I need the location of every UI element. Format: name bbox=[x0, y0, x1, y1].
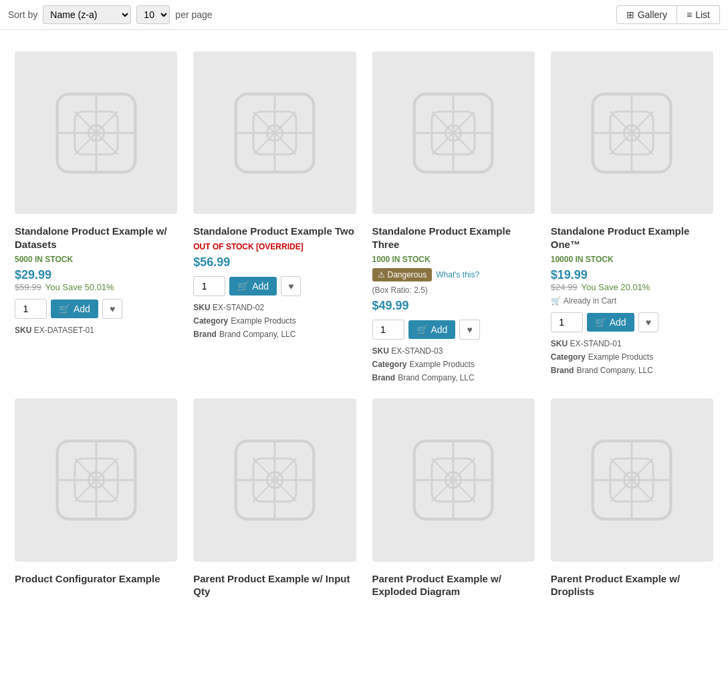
product-placeholder-icon bbox=[404, 84, 502, 182]
brand-value: Brand Company, LLC bbox=[576, 366, 653, 375]
add-row: 🛒 Add♥ bbox=[15, 299, 177, 319]
product-title: Standalone Product Example Three bbox=[372, 225, 535, 251]
product-image[interactable] bbox=[551, 51, 713, 214]
product-card: Parent Product Example w/ Input Qty bbox=[185, 390, 364, 606]
sku-row: SKU EX-STAND-03 bbox=[372, 346, 535, 356]
add-to-cart-button[interactable]: 🛒 Add bbox=[51, 300, 98, 318]
gallery-icon: ⊞ bbox=[626, 9, 634, 20]
sku-row: SKU EX-DATASET-01 bbox=[15, 326, 177, 335]
brand-value: Brand Company, LLC bbox=[219, 330, 296, 339]
quantity-input[interactable] bbox=[551, 312, 583, 332]
product-image[interactable] bbox=[372, 398, 535, 561]
product-card: Standalone Product Example TwoOUT OF STO… bbox=[185, 43, 364, 390]
view-toggle: ⊞ Gallery ≡ List bbox=[616, 5, 720, 24]
category-label: Category bbox=[551, 352, 586, 362]
price-current: $19.99 bbox=[551, 268, 713, 282]
product-card: Product Configurator Example bbox=[7, 390, 185, 606]
product-card: Standalone Product Example w/ Datasets50… bbox=[7, 43, 185, 390]
product-card: Standalone Product Example Three1000 IN … bbox=[364, 43, 543, 390]
list-view-button[interactable]: ≡ List bbox=[677, 5, 720, 24]
category-row: Category Example Products bbox=[193, 316, 356, 326]
brand-label: Brand bbox=[551, 366, 574, 375]
brand-row: Brand Brand Company, LLC bbox=[551, 366, 713, 375]
product-title: Parent Product Example w/ Droplists bbox=[551, 572, 713, 598]
list-icon: ≡ bbox=[687, 9, 692, 20]
price-current: $49.99 bbox=[372, 299, 535, 313]
wishlist-button[interactable]: ♥ bbox=[281, 276, 301, 296]
sku-label: SKU bbox=[372, 346, 389, 356]
stock-status: 10000 IN STOCK bbox=[551, 255, 713, 264]
category-value: Example Products bbox=[410, 360, 475, 369]
product-title: Product Configurator Example bbox=[15, 572, 177, 586]
category-value: Example Products bbox=[588, 352, 653, 362]
add-to-cart-button[interactable]: 🛒 Add bbox=[587, 313, 634, 332]
cart-icon: 🛒 bbox=[59, 304, 70, 314]
product-image[interactable] bbox=[15, 51, 177, 214]
category-row: Category Example Products bbox=[372, 360, 535, 369]
product-placeholder-icon bbox=[583, 431, 681, 529]
quantity-input[interactable] bbox=[15, 299, 47, 319]
wishlist-button[interactable]: ♥ bbox=[459, 320, 479, 340]
product-placeholder-icon bbox=[583, 84, 681, 182]
wishlist-button[interactable]: ♥ bbox=[102, 299, 122, 319]
cart-icon: 🛒 bbox=[595, 317, 606, 328]
product-image[interactable] bbox=[551, 398, 713, 561]
cart-icon: 🛒 bbox=[237, 281, 249, 291]
product-title: Parent Product Example w/ Input Qty bbox=[193, 572, 356, 598]
sort-select[interactable]: Name (z-a) Name (a-z) Price (low-high) P… bbox=[43, 5, 131, 24]
sku-row: SKU EX-STAND-01 bbox=[551, 339, 713, 348]
product-title: Parent Product Example w/ Exploded Diagr… bbox=[372, 572, 535, 598]
add-label: Add bbox=[431, 324, 448, 335]
product-image[interactable] bbox=[372, 51, 535, 214]
product-card: Parent Product Example w/ Exploded Diagr… bbox=[364, 390, 543, 606]
list-label: List bbox=[695, 9, 710, 20]
add-row: 🛒 Add♥ bbox=[193, 276, 356, 296]
warning-icon: ⚠ bbox=[378, 270, 385, 279]
stock-status: 1000 IN STOCK bbox=[372, 255, 535, 264]
add-label: Add bbox=[74, 304, 90, 314]
stock-status: OUT OF STOCK [OVERRIDE] bbox=[193, 242, 356, 251]
sku-label: SKU bbox=[15, 326, 31, 335]
gallery-view-button[interactable]: ⊞ Gallery bbox=[616, 5, 677, 24]
category-value: Example Products bbox=[231, 316, 295, 326]
quantity-input[interactable] bbox=[193, 276, 225, 296]
price-section: $19.99$24.99You Save 20.01% bbox=[551, 268, 713, 292]
toolbar: Sort by Name (z-a) Name (a-z) Price (low… bbox=[0, 0, 728, 30]
price-old: $24.99 bbox=[551, 282, 578, 292]
sku-value: EX-STAND-01 bbox=[570, 339, 621, 348]
product-image[interactable] bbox=[193, 398, 356, 561]
product-grid: Standalone Product Example w/ Datasets50… bbox=[0, 30, 728, 620]
add-label: Add bbox=[252, 281, 269, 291]
product-card: Parent Product Example w/ Droplists bbox=[543, 390, 721, 606]
per-page-select[interactable]: 10 5 25 50 bbox=[136, 5, 170, 24]
add-to-cart-button[interactable]: 🛒 Add bbox=[229, 277, 277, 296]
product-placeholder-icon bbox=[47, 84, 145, 182]
brand-row: Brand Brand Company, LLC bbox=[372, 373, 535, 382]
product-card: Standalone Product Example One™10000 IN … bbox=[543, 43, 721, 390]
wishlist-button[interactable]: ♥ bbox=[638, 312, 658, 332]
brand-label: Brand bbox=[193, 330, 217, 339]
per-page-label: per page bbox=[175, 9, 212, 20]
sku-value: EX-STAND-03 bbox=[391, 346, 443, 356]
heart-icon: ♥ bbox=[110, 304, 115, 314]
price-section: $56.99 bbox=[193, 255, 356, 269]
price-current: $29.99 bbox=[15, 268, 177, 282]
sku-label: SKU bbox=[193, 303, 210, 312]
add-row: 🛒 Add♥ bbox=[551, 312, 713, 332]
product-image[interactable] bbox=[15, 398, 177, 561]
price-save: You Save 50.01% bbox=[45, 282, 114, 292]
add-label: Add bbox=[610, 317, 626, 328]
product-placeholder-icon bbox=[226, 431, 324, 529]
price-section: $29.99$59.99You Save 50.01% bbox=[15, 268, 177, 292]
heart-icon: ♥ bbox=[646, 317, 651, 328]
price-section: $49.99 bbox=[372, 299, 535, 313]
add-to-cart-button[interactable]: 🛒 Add bbox=[408, 320, 456, 339]
price-old: $59.99 bbox=[15, 282, 41, 292]
sku-row: SKU EX-STAND-02 bbox=[193, 303, 356, 312]
add-row: 🛒 Add♥ bbox=[372, 320, 535, 340]
whats-this-link[interactable]: What's this? bbox=[436, 270, 479, 279]
quantity-input[interactable] bbox=[372, 320, 404, 340]
cart-icon: 🛒 bbox=[416, 324, 428, 335]
product-image[interactable] bbox=[193, 51, 356, 214]
box-ratio: (Box Ratio: 2.5) bbox=[372, 285, 535, 295]
